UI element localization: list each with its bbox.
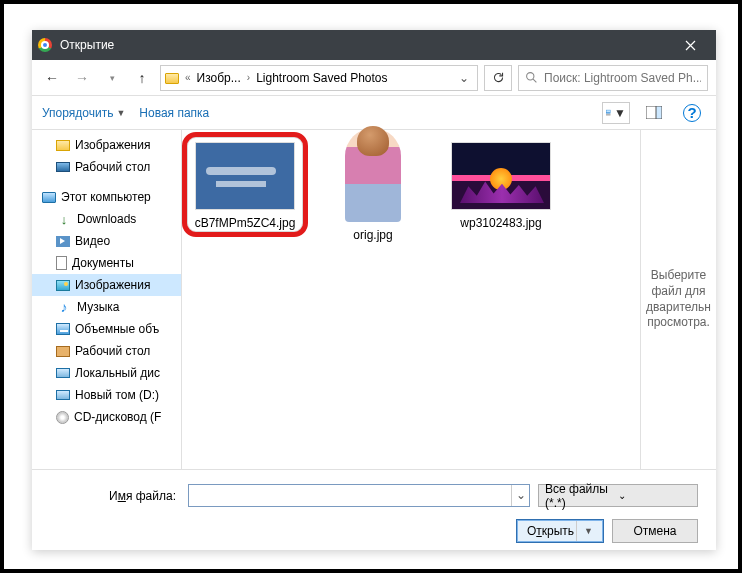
ico-disk-icon bbox=[56, 368, 70, 378]
breadcrumb-1[interactable]: Изобр... bbox=[197, 71, 241, 85]
tree-label: Музыка bbox=[77, 300, 119, 314]
caret-down-icon: ▼ bbox=[584, 526, 593, 536]
tree-label: Видео bbox=[75, 234, 110, 248]
back-button[interactable]: ← bbox=[40, 66, 64, 90]
titlebar: Открытие bbox=[32, 30, 716, 60]
ico-folder-icon bbox=[56, 140, 70, 151]
breadcrumb-sep: « bbox=[183, 72, 193, 83]
tree-label: CD-дисковод (F bbox=[74, 410, 161, 424]
tree-label: Рабочий стол bbox=[75, 160, 150, 174]
refresh-icon bbox=[492, 71, 505, 84]
dialog-title: Открытие bbox=[60, 38, 670, 52]
preview-pane-button[interactable] bbox=[640, 102, 668, 124]
open-button[interactable]: Открыть ▼ bbox=[516, 519, 604, 543]
filename-dropdown[interactable]: ⌄ bbox=[511, 485, 529, 506]
tree-node[interactable]: Рабочий стол bbox=[32, 156, 181, 178]
file-item[interactable]: orig.jpg bbox=[318, 142, 428, 243]
organize-button[interactable]: Упорядочить ▼ bbox=[42, 106, 125, 120]
filter-label: Все файлы (*.*) bbox=[545, 482, 618, 510]
tree-label: Локальный дис bbox=[75, 366, 160, 380]
tree-node[interactable]: Музыка bbox=[32, 296, 181, 318]
tree-label: Рабочий стол bbox=[75, 344, 150, 358]
tree-node[interactable]: Объемные объ bbox=[32, 318, 181, 340]
tree-label: Этот компьютер bbox=[61, 190, 151, 204]
file-item[interactable]: wp3102483.jpg bbox=[446, 142, 556, 231]
chevron-right-icon: › bbox=[245, 72, 252, 83]
caret-down-icon: ▼ bbox=[116, 108, 125, 118]
tree-node[interactable]: Локальный дис bbox=[32, 362, 181, 384]
help-button[interactable]: ? bbox=[678, 102, 706, 124]
tree-node[interactable]: Изображения bbox=[32, 134, 181, 156]
search-input[interactable] bbox=[544, 71, 701, 85]
file-name: orig.jpg bbox=[318, 228, 428, 243]
arrow-right-icon: → bbox=[75, 70, 89, 86]
ico-dl-icon bbox=[56, 211, 72, 227]
close-button[interactable] bbox=[670, 30, 710, 60]
tree-label: Downloads bbox=[77, 212, 136, 226]
search-icon bbox=[525, 71, 538, 84]
address-dropdown[interactable]: ⌄ bbox=[455, 71, 473, 85]
tree-node[interactable]: Рабочий стол bbox=[32, 340, 181, 362]
preview-pane: Выберите файл для дварительн просмотра. bbox=[640, 130, 716, 469]
ico-video-icon bbox=[56, 236, 70, 247]
file-type-filter[interactable]: Все файлы (*.*) ⌄ bbox=[538, 484, 698, 507]
file-name: wp3102483.jpg bbox=[446, 216, 556, 231]
chevron-down-icon: ⌄ bbox=[618, 490, 691, 501]
tree-label: Изображения bbox=[75, 278, 150, 292]
ico-desk2-icon bbox=[56, 346, 70, 357]
filename-label: Имя файла: bbox=[50, 489, 180, 503]
breadcrumb-2[interactable]: Lightroom Saved Photos bbox=[256, 71, 387, 85]
recent-dropdown[interactable]: ▾ bbox=[100, 66, 124, 90]
filename-input[interactable] bbox=[189, 485, 511, 506]
open-file-dialog: Открытие ← → ▾ ↑ « Изобр... › Lightroom … bbox=[32, 30, 716, 550]
search-box[interactable] bbox=[518, 65, 708, 91]
forward-button[interactable]: → bbox=[70, 66, 94, 90]
close-icon bbox=[685, 40, 696, 51]
new-folder-button[interactable]: Новая папка bbox=[139, 106, 209, 120]
view-mode-button[interactable]: ▼ bbox=[602, 102, 630, 124]
folder-icon bbox=[165, 73, 179, 84]
arrow-up-icon: ↑ bbox=[139, 70, 146, 86]
tree-label: Новый том (D:) bbox=[75, 388, 159, 402]
tree-label: Объемные объ bbox=[75, 322, 159, 336]
file-name: cB7fMPm5ZC4.jpg bbox=[190, 216, 300, 231]
ico-vol-icon bbox=[56, 323, 70, 335]
svg-rect-4 bbox=[656, 106, 662, 119]
address-bar[interactable]: « Изобр... › Lightroom Saved Photos ⌄ bbox=[160, 65, 478, 91]
filename-field[interactable]: ⌄ bbox=[188, 484, 530, 507]
tree-node[interactable]: Новый том (D:) bbox=[32, 384, 181, 406]
tree-node[interactable]: Downloads bbox=[32, 208, 181, 230]
ico-cd-icon bbox=[56, 411, 69, 424]
tree-node[interactable]: Видео bbox=[32, 230, 181, 252]
tree-node[interactable]: CD-дисковод (F bbox=[32, 406, 181, 428]
footer: Имя файла: ⌄ Все файлы (*.*) ⌄ Открыть ▼… bbox=[32, 470, 716, 555]
file-list[interactable]: cB7fMPm5ZC4.jpgorig.jpgwp3102483.jpg bbox=[182, 130, 640, 469]
view-icon bbox=[606, 106, 612, 119]
svg-point-0 bbox=[527, 73, 534, 80]
cancel-button[interactable]: Отмена bbox=[612, 519, 698, 543]
ico-disk-icon bbox=[56, 390, 70, 400]
chrome-icon bbox=[38, 38, 52, 52]
tree-node[interactable]: Документы bbox=[32, 252, 181, 274]
thumbnail-icon bbox=[195, 142, 295, 210]
preview-pane-icon bbox=[646, 106, 662, 119]
content-area: ИзображенияРабочий столЭтот компьютерDow… bbox=[32, 130, 716, 470]
ico-doc-icon bbox=[56, 256, 67, 270]
ico-desktop-icon bbox=[56, 162, 70, 172]
tree-node[interactable]: Изображения bbox=[32, 274, 181, 296]
ico-music-icon bbox=[56, 299, 72, 315]
up-button[interactable]: ↑ bbox=[130, 66, 154, 90]
refresh-button[interactable] bbox=[484, 65, 512, 91]
chevron-down-icon: ▾ bbox=[110, 73, 115, 83]
tree-label: Документы bbox=[72, 256, 134, 270]
preview-hint: Выберите файл для дварительн просмотра. bbox=[646, 268, 711, 330]
tree-node[interactable]: Этот компьютер bbox=[32, 186, 181, 208]
help-icon: ? bbox=[683, 104, 701, 122]
tree-label: Изображения bbox=[75, 138, 150, 152]
folder-tree[interactable]: ИзображенияРабочий столЭтот компьютерDow… bbox=[32, 130, 182, 469]
toolbar: Упорядочить ▼ Новая папка ▼ ? bbox=[32, 96, 716, 130]
svg-rect-2 bbox=[606, 110, 610, 112]
file-item[interactable]: cB7fMPm5ZC4.jpg bbox=[190, 142, 300, 231]
ico-thispc-icon bbox=[42, 192, 56, 203]
arrow-left-icon: ← bbox=[45, 70, 59, 86]
